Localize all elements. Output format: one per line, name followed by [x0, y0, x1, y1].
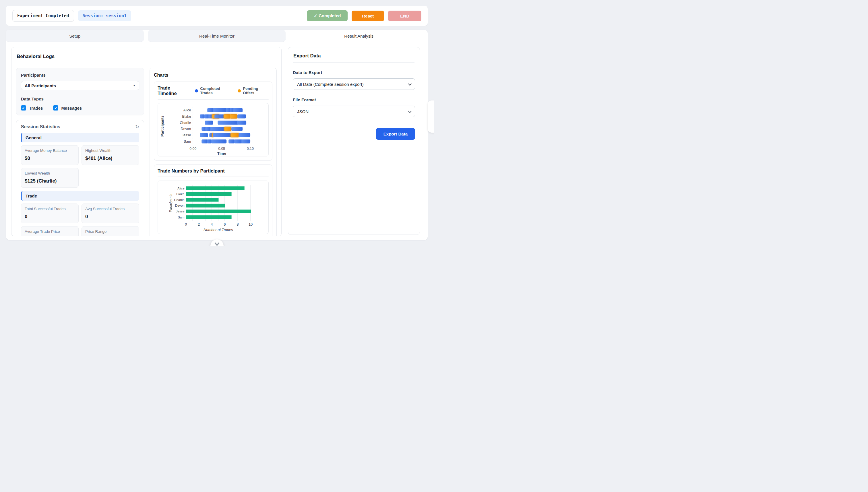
data-to-export-value: All Data (Complete session export) [297, 82, 364, 87]
export-data-button[interactable]: Export Data [376, 128, 415, 140]
session-badge: Session: session1 [78, 10, 131, 21]
trade-timeline-chart-box: AliceBlakeCharlieDevonJesseSamParticipan… [157, 103, 269, 156]
top-actions: ✓ Completed Reset END [307, 10, 421, 21]
completed-status-button[interactable]: ✓ Completed [307, 10, 348, 21]
stat-label: Lowest Wealth [25, 171, 75, 175]
svg-text:0: 0 [185, 222, 187, 226]
reset-button[interactable]: Reset [352, 10, 384, 21]
scrollbar-thumb[interactable] [428, 100, 434, 132]
tab-setup[interactable]: Setup [6, 30, 144, 42]
participants-select[interactable]: All Participants ▼ [21, 81, 139, 90]
divider [17, 63, 276, 63]
svg-text:Charlie: Charlie [174, 198, 184, 201]
divider [157, 176, 269, 177]
svg-text:Jesse: Jesse [182, 133, 191, 137]
legend-label: Pending Offers [243, 87, 269, 95]
charts-title: Charts [154, 73, 272, 78]
stat-value: $0 [25, 155, 75, 161]
charts-card: Charts Trade Timeline Completed Trades P… [150, 68, 277, 236]
dropdown-arrow-icon: ▼ [133, 84, 135, 87]
stat-highest-wealth: Highest Wealth $401 (Alice) [81, 145, 139, 165]
svg-text:Alice: Alice [177, 187, 184, 190]
trade-timeline-card: Trade Timeline Completed Trades Pending … [154, 81, 272, 161]
completed-trades-dot-icon [195, 89, 198, 93]
end-button[interactable]: END [388, 10, 421, 21]
svg-text:Devon: Devon [181, 127, 191, 131]
stats-section-trade: Trade [21, 191, 139, 201]
svg-text:Devon: Devon [175, 204, 184, 207]
trade-numbers-chart: AliceBlakeCharlieDevonJesseSamParticipan… [158, 181, 268, 233]
refresh-icon[interactable]: ↻ [135, 125, 139, 129]
chevron-down-icon [408, 82, 412, 85]
stat-label: Highest Wealth [85, 148, 135, 153]
data-to-export-label: Data to Export [293, 70, 415, 75]
stat-value: $401 (Alice) [85, 155, 135, 161]
checkbox-checked-icon[interactable]: ✓ [53, 105, 58, 110]
svg-text:8: 8 [237, 222, 239, 226]
svg-text:Sam: Sam [184, 140, 191, 144]
participants-label: Participants [21, 73, 139, 77]
stat-label: Total Successful Trades [25, 207, 75, 211]
svg-text:Number of Trades: Number of Trades [203, 228, 233, 232]
svg-text:Blake: Blake [182, 115, 191, 119]
divider [157, 99, 269, 100]
main-panel: Setup Real-Time Monitor Result Analysis … [6, 30, 428, 240]
experiment-status-badge: Experiment Completed [13, 10, 74, 22]
export-data-title: Export Data [293, 53, 415, 59]
svg-text:2: 2 [198, 222, 200, 226]
tab-real-time-monitor[interactable]: Real-Time Monitor [148, 30, 286, 42]
pending-offers-dot-icon [238, 89, 241, 93]
stat-lowest-wealth: Lowest Wealth $125 (Charlie) [21, 168, 79, 188]
svg-text:Blake: Blake [176, 192, 184, 196]
trade-numbers-chart-box: AliceBlakeCharlieDevonJesseSamParticipan… [157, 180, 269, 234]
svg-text:0:05: 0:05 [218, 147, 225, 151]
stat-avg-successful-trades: Avg Successful Trades 0 [81, 203, 139, 223]
svg-text:4: 4 [211, 222, 213, 226]
chevron-down-icon [408, 109, 412, 113]
stat-value: $125 (Charlie) [25, 178, 75, 184]
completed-button-label: Completed [319, 13, 341, 18]
svg-text:Participants: Participants [160, 115, 165, 137]
svg-text:Participants: Participants [169, 194, 173, 213]
stat-total-successful-trades: Total Successful Trades 0 [21, 203, 79, 223]
legend-label: Completed Trades [200, 87, 231, 95]
export-data-card: Export Data Data to Export All Data (Com… [288, 47, 420, 235]
svg-text:0:00: 0:00 [190, 147, 196, 151]
participants-filter-box: Participants All Participants ▼ Data Typ… [16, 68, 144, 115]
trade-timeline-chart: AliceBlakeCharlieDevonJesseSamParticipan… [158, 103, 268, 156]
file-format-select[interactable]: JSON [293, 106, 415, 117]
stat-price-range: Price Range $0 - $0 [81, 226, 139, 236]
svg-text:6: 6 [224, 222, 226, 226]
stat-label: Price Range [85, 229, 135, 233]
session-statistics-title: Session Statistics [21, 124, 60, 129]
behavioral-logs-title: Behavioral Logs [17, 54, 276, 59]
checkbox-checked-icon[interactable]: ✓ [21, 105, 26, 110]
legend-completed-trades: Completed Trades [195, 87, 231, 95]
stat-label: Average Money Balance [25, 148, 75, 153]
tab-bar: Setup Real-Time Monitor Result Analysis [6, 30, 428, 42]
messages-checkbox[interactable]: ✓ Messages [53, 105, 82, 110]
legend-pending-offers: Pending Offers [238, 87, 269, 95]
svg-text:Sam: Sam [178, 216, 184, 219]
scroll-down-button[interactable] [210, 239, 224, 246]
stat-average-money-balance: Average Money Balance $0 [21, 145, 79, 165]
trades-checkbox[interactable]: ✓ Trades [21, 105, 43, 110]
data-to-export-select[interactable]: All Data (Complete session export) [293, 78, 415, 90]
stat-label: Average Trade Price [25, 229, 75, 233]
file-format-label: File Format [293, 97, 415, 102]
divider [293, 62, 415, 63]
svg-text:10: 10 [249, 222, 253, 226]
data-types-label: Data Types [21, 96, 139, 101]
svg-text:0:10: 0:10 [247, 147, 254, 151]
tab-result-analysis[interactable]: Result Analysis [290, 30, 428, 42]
trade-timeline-title: Trade Timeline [157, 85, 189, 96]
behavioral-logs-card: Behavioral Logs Participants All Partici… [11, 47, 281, 236]
svg-text:Alice: Alice [183, 108, 191, 112]
stat-label: Avg Successful Trades [85, 207, 135, 211]
top-bar: Experiment Completed Session: session1 ✓… [6, 6, 428, 26]
trade-numbers-card: Trade Numbers by Participant AliceBlakeC… [154, 165, 272, 236]
file-format-value: JSON [297, 109, 308, 114]
svg-text:Charlie: Charlie [180, 121, 191, 125]
svg-text:Jesse: Jesse [176, 210, 184, 213]
stat-value: 0 [25, 214, 75, 220]
